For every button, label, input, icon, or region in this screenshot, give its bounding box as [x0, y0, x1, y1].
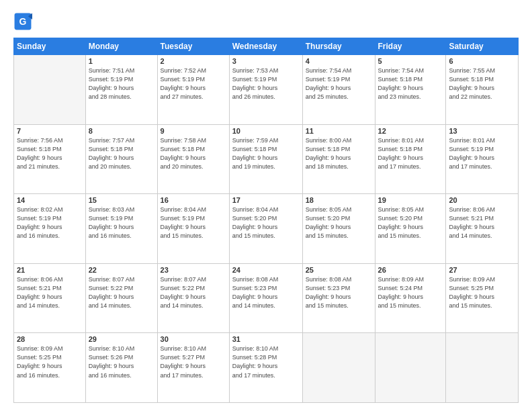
day-cell: 18Sunrise: 8:05 AMSunset: 5:20 PMDayligh… — [302, 194, 375, 264]
day-number: 29 — [89, 335, 154, 343]
day-cell: 13Sunrise: 8:01 AMSunset: 5:19 PMDayligh… — [446, 124, 519, 194]
day-number: 31 — [232, 335, 300, 343]
day-number: 9 — [161, 127, 226, 135]
logo-icon: G — [13, 12, 32, 31]
day-number: 15 — [89, 196, 154, 204]
day-info: Sunrise: 8:06 AMSunset: 5:21 PMDaylight:… — [17, 275, 83, 310]
day-number: 3 — [232, 57, 300, 65]
day-info: Sunrise: 8:04 AMSunset: 5:20 PMDaylight:… — [232, 205, 300, 240]
day-info: Sunrise: 8:09 AMSunset: 5:25 PMDaylight:… — [17, 345, 83, 379]
day-cell: 8Sunrise: 7:57 AMSunset: 5:18 PMDaylight… — [85, 124, 157, 194]
day-info: Sunrise: 8:07 AMSunset: 5:22 PMDaylight:… — [89, 275, 154, 310]
day-number: 27 — [449, 266, 515, 274]
day-cell — [375, 333, 446, 403]
day-cell: 10Sunrise: 7:59 AMSunset: 5:18 PMDayligh… — [229, 124, 302, 194]
day-cell: 6Sunrise: 7:55 AMSunset: 5:18 PMDaylight… — [446, 55, 519, 125]
day-cell: 9Sunrise: 7:58 AMSunset: 5:18 PMDaylight… — [157, 124, 229, 194]
day-cell: 4Sunrise: 7:54 AMSunset: 5:19 PMDaylight… — [302, 55, 375, 125]
day-cell: 19Sunrise: 8:05 AMSunset: 5:20 PMDayligh… — [375, 194, 446, 264]
day-number: 13 — [449, 127, 515, 135]
day-info: Sunrise: 7:58 AMSunset: 5:18 PMDaylight:… — [161, 136, 226, 171]
day-number: 22 — [89, 266, 154, 274]
day-cell: 22Sunrise: 8:07 AMSunset: 5:22 PMDayligh… — [85, 263, 157, 333]
week-row-3: 21Sunrise: 8:06 AMSunset: 5:21 PMDayligh… — [14, 263, 519, 333]
day-cell: 27Sunrise: 8:09 AMSunset: 5:25 PMDayligh… — [446, 263, 519, 333]
day-cell: 28Sunrise: 8:09 AMSunset: 5:25 PMDayligh… — [14, 333, 86, 403]
day-info: Sunrise: 8:08 AMSunset: 5:23 PMDaylight:… — [306, 275, 372, 310]
day-cell: 11Sunrise: 8:00 AMSunset: 5:18 PMDayligh… — [302, 124, 375, 194]
day-number: 8 — [89, 127, 154, 135]
day-cell — [446, 333, 519, 403]
day-info: Sunrise: 8:09 AMSunset: 5:24 PMDaylight:… — [378, 275, 443, 310]
day-number: 5 — [378, 57, 443, 65]
day-info: Sunrise: 8:10 AMSunset: 5:28 PMDaylight:… — [232, 345, 300, 379]
day-info: Sunrise: 8:01 AMSunset: 5:18 PMDaylight:… — [378, 136, 443, 171]
day-number: 12 — [378, 127, 443, 135]
header: G — [13, 12, 519, 31]
day-cell: 12Sunrise: 8:01 AMSunset: 5:18 PMDayligh… — [375, 124, 446, 194]
day-info: Sunrise: 7:57 AMSunset: 5:18 PMDaylight:… — [89, 136, 154, 171]
day-cell: 26Sunrise: 8:09 AMSunset: 5:24 PMDayligh… — [375, 263, 446, 333]
svg-text:G: G — [19, 16, 27, 27]
day-info: Sunrise: 8:06 AMSunset: 5:21 PMDaylight:… — [449, 205, 515, 240]
day-cell: 14Sunrise: 8:02 AMSunset: 5:19 PMDayligh… — [14, 194, 86, 264]
day-cell: 29Sunrise: 8:10 AMSunset: 5:26 PMDayligh… — [85, 333, 157, 403]
day-info: Sunrise: 8:08 AMSunset: 5:23 PMDaylight:… — [232, 275, 300, 310]
day-number: 26 — [378, 266, 443, 274]
day-info: Sunrise: 8:05 AMSunset: 5:20 PMDaylight:… — [378, 205, 443, 240]
col-header-thursday: Thursday — [302, 38, 375, 55]
week-row-0: 1Sunrise: 7:51 AMSunset: 5:19 PMDaylight… — [14, 55, 519, 125]
day-info: Sunrise: 8:05 AMSunset: 5:20 PMDaylight:… — [306, 205, 372, 240]
col-header-sunday: Sunday — [14, 38, 86, 55]
day-cell: 17Sunrise: 8:04 AMSunset: 5:20 PMDayligh… — [229, 194, 302, 264]
day-number: 21 — [17, 266, 83, 274]
day-info: Sunrise: 7:54 AMSunset: 5:18 PMDaylight:… — [378, 66, 443, 101]
day-cell: 5Sunrise: 7:54 AMSunset: 5:18 PMDaylight… — [375, 55, 446, 125]
day-info: Sunrise: 7:53 AMSunset: 5:19 PMDaylight:… — [232, 66, 300, 101]
day-number: 2 — [161, 57, 226, 65]
day-cell: 24Sunrise: 8:08 AMSunset: 5:23 PMDayligh… — [229, 263, 302, 333]
day-cell: 30Sunrise: 8:10 AMSunset: 5:27 PMDayligh… — [157, 333, 229, 403]
week-row-1: 7Sunrise: 7:56 AMSunset: 5:18 PMDaylight… — [14, 124, 519, 194]
day-info: Sunrise: 8:01 AMSunset: 5:19 PMDaylight:… — [449, 136, 515, 171]
day-info: Sunrise: 7:51 AMSunset: 5:19 PMDaylight:… — [89, 66, 154, 101]
day-number: 25 — [306, 266, 372, 274]
day-info: Sunrise: 7:52 AMSunset: 5:19 PMDaylight:… — [161, 66, 226, 101]
col-header-tuesday: Tuesday — [157, 38, 229, 55]
day-cell: 15Sunrise: 8:03 AMSunset: 5:19 PMDayligh… — [85, 194, 157, 264]
day-number: 1 — [89, 57, 154, 65]
col-header-monday: Monday — [85, 38, 157, 55]
day-number: 4 — [306, 57, 372, 65]
calendar-table: SundayMondayTuesdayWednesdayThursdayFrid… — [13, 38, 519, 403]
day-number: 7 — [17, 127, 83, 135]
day-info: Sunrise: 8:04 AMSunset: 5:19 PMDaylight:… — [161, 205, 226, 240]
day-info: Sunrise: 7:55 AMSunset: 5:18 PMDaylight:… — [449, 66, 515, 101]
day-number: 19 — [378, 196, 443, 204]
day-cell — [302, 333, 375, 403]
day-number: 30 — [161, 335, 226, 343]
day-number: 17 — [232, 196, 300, 204]
day-info: Sunrise: 7:54 AMSunset: 5:19 PMDaylight:… — [306, 66, 372, 101]
day-cell: 7Sunrise: 7:56 AMSunset: 5:18 PMDaylight… — [14, 124, 86, 194]
col-header-wednesday: Wednesday — [229, 38, 302, 55]
day-number: 10 — [232, 127, 300, 135]
day-info: Sunrise: 8:09 AMSunset: 5:25 PMDaylight:… — [449, 275, 515, 310]
day-cell: 20Sunrise: 8:06 AMSunset: 5:21 PMDayligh… — [446, 194, 519, 264]
day-cell: 23Sunrise: 8:07 AMSunset: 5:22 PMDayligh… — [157, 263, 229, 333]
day-cell: 3Sunrise: 7:53 AMSunset: 5:19 PMDaylight… — [229, 55, 302, 125]
logo: G — [13, 12, 35, 31]
day-number: 23 — [161, 266, 226, 274]
day-number: 11 — [306, 127, 372, 135]
col-header-saturday: Saturday — [446, 38, 519, 55]
day-cell — [14, 55, 86, 125]
col-header-friday: Friday — [375, 38, 446, 55]
day-info: Sunrise: 8:02 AMSunset: 5:19 PMDaylight:… — [17, 205, 83, 240]
day-number: 18 — [306, 196, 372, 204]
day-number: 6 — [449, 57, 515, 65]
day-cell: 1Sunrise: 7:51 AMSunset: 5:19 PMDaylight… — [85, 55, 157, 125]
day-cell: 21Sunrise: 8:06 AMSunset: 5:21 PMDayligh… — [14, 263, 86, 333]
day-cell: 16Sunrise: 8:04 AMSunset: 5:19 PMDayligh… — [157, 194, 229, 264]
day-info: Sunrise: 8:10 AMSunset: 5:27 PMDaylight:… — [161, 345, 226, 379]
day-info: Sunrise: 8:03 AMSunset: 5:19 PMDaylight:… — [89, 205, 154, 240]
day-number: 28 — [17, 335, 83, 343]
